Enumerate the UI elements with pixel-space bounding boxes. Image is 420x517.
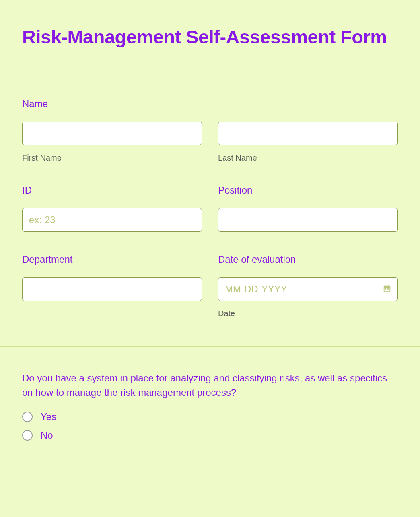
name-label: Name (22, 98, 398, 109)
radio-no-label: No (41, 430, 53, 441)
divider-2 (0, 346, 420, 347)
first-name-input[interactable] (22, 122, 202, 145)
id-input[interactable] (22, 208, 202, 232)
radio-circle-icon (22, 430, 33, 441)
id-label: ID (22, 185, 202, 196)
date-input[interactable] (218, 277, 398, 301)
department-label: Department (22, 254, 202, 265)
divider (0, 74, 420, 74)
date-label: Date of evaluation (218, 254, 398, 265)
question-text: Do you have a system in place for analyz… (22, 371, 398, 400)
id-position-row: ID Position (22, 185, 398, 232)
date-sublabel: Date (218, 309, 398, 318)
last-name-sublabel: Last Name (218, 153, 398, 163)
position-input[interactable] (218, 208, 398, 232)
first-name-sublabel: First Name (22, 153, 202, 163)
department-input[interactable] (22, 277, 202, 301)
radio-yes-label: Yes (41, 411, 56, 422)
name-row: First Name Last Name (22, 122, 398, 163)
radio-option-no[interactable]: No (22, 430, 398, 441)
radio-option-yes[interactable]: Yes (22, 411, 398, 422)
radio-circle-icon (22, 412, 33, 422)
last-name-input[interactable] (218, 122, 398, 145)
department-date-row: Department Date of evaluation Date (22, 254, 398, 318)
position-label: Position (218, 185, 398, 196)
page-title: Risk-Management Self-Assessment Form (22, 24, 398, 49)
